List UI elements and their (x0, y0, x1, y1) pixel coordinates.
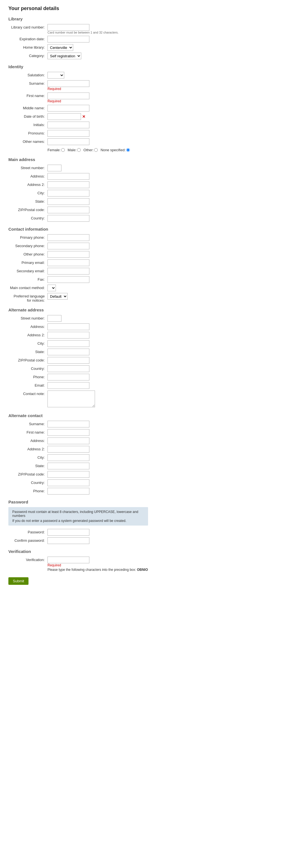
submit-button[interactable]: Submit (8, 577, 29, 585)
gender-female-label[interactable]: Female: (47, 148, 65, 152)
altc-country-input[interactable] (47, 479, 89, 486)
alt-state-input[interactable] (47, 349, 89, 355)
main-state-row: State: (8, 198, 148, 205)
gender-male-radio[interactable] (77, 148, 81, 152)
date-clear-icon[interactable]: ✕ (82, 114, 86, 119)
firstname-control: Required (47, 93, 148, 103)
alt-email-row: Email: (8, 382, 148, 389)
pronouns-input[interactable] (47, 130, 89, 137)
alt-street-number-input[interactable] (47, 315, 62, 322)
alt-email-input[interactable] (47, 382, 89, 389)
password-input[interactable] (47, 529, 89, 536)
main-address2-control (47, 181, 148, 188)
confirm-password-input[interactable] (47, 537, 89, 544)
gender-other-radio[interactable] (94, 148, 98, 152)
altc-address2-input[interactable] (47, 446, 89, 453)
fax-label: Fax: (8, 276, 47, 281)
main-address-heading: Main address (8, 157, 148, 162)
expiration-date-input[interactable] (47, 36, 89, 42)
primary-phone-row: Primary phone: (8, 234, 148, 241)
altc-surname-input[interactable] (47, 421, 89, 428)
main-contact-method-select[interactable] (47, 285, 56, 291)
confirm-password-row: Confirm password: (8, 537, 148, 544)
category-select[interactable]: Self registration (47, 53, 81, 59)
category-control: Self registration (47, 53, 148, 59)
alt-address-row: Address: (8, 323, 148, 330)
gender-male-label[interactable]: Male: (68, 148, 81, 152)
othernames-input[interactable] (47, 138, 89, 145)
main-address2-label: Address 2: (8, 181, 47, 187)
othernames-row: Other names: (8, 138, 148, 145)
altc-zip-input[interactable] (47, 471, 89, 478)
other-phone-input[interactable] (47, 251, 89, 258)
initials-input[interactable] (47, 122, 89, 128)
altc-phone-input[interactable] (47, 488, 89, 495)
contact-note-textarea[interactable] (47, 391, 95, 407)
verification-label: Verification: (8, 557, 47, 562)
middlename-input[interactable] (47, 105, 89, 112)
dob-date-row: ✕ (47, 113, 148, 120)
surname-input[interactable] (47, 80, 89, 87)
main-state-input[interactable] (47, 198, 89, 205)
dob-input[interactable] (47, 113, 81, 120)
main-contact-method-control (47, 285, 148, 291)
alt-city-input[interactable] (47, 340, 89, 347)
library-section: Library Library card number: Card number… (8, 17, 148, 59)
dob-label: Date of birth: (8, 113, 47, 119)
alt-country-label: Country: (8, 365, 47, 371)
preferred-lang-row: Preferred language for notices: Default (8, 293, 148, 303)
main-contact-method-row: Main contact method: (8, 285, 148, 291)
other-phone-control (47, 251, 148, 258)
alt-country-input[interactable] (47, 365, 89, 372)
altc-city-label: City: (8, 454, 47, 460)
surname-row: Surname: Required (8, 80, 148, 91)
altc-firstname-label: First name: (8, 429, 47, 434)
main-country-control (47, 215, 148, 222)
verification-input[interactable] (47, 557, 89, 563)
alt-address-input[interactable] (47, 323, 89, 330)
altc-city-input[interactable] (47, 454, 89, 461)
contact-section: Contact information Primary phone: Secon… (8, 227, 148, 303)
main-address-input[interactable] (47, 173, 89, 180)
alt-zip-input[interactable] (47, 357, 89, 364)
initials-label: Initials: (8, 122, 47, 127)
othernames-label: Other names: (8, 138, 47, 144)
preferred-lang-select[interactable]: Default (47, 293, 68, 300)
surname-control: Required (47, 80, 148, 91)
fax-input[interactable] (47, 276, 89, 283)
gender-none-radio[interactable] (126, 148, 130, 152)
main-zip-input[interactable] (47, 207, 89, 213)
alt-phone-input[interactable] (47, 374, 89, 380)
password-section: Password Password must contain at least … (8, 500, 148, 544)
main-country-input[interactable] (47, 215, 89, 222)
alt-email-label: Email: (8, 382, 47, 388)
secondary-phone-input[interactable] (47, 243, 89, 249)
firstname-input[interactable] (47, 93, 89, 99)
salutation-select[interactable] (47, 72, 64, 79)
main-city-input[interactable] (47, 190, 89, 196)
altc-state-input[interactable] (47, 463, 89, 469)
alt-address2-input[interactable] (47, 332, 89, 339)
pronouns-control (47, 130, 148, 137)
alternate-contact-section: Alternate contact Surname: First name: A… (8, 413, 148, 495)
card-number-row: Library card number: Card number must be… (8, 24, 148, 34)
firstname-required: Required (47, 99, 148, 103)
home-library-select[interactable]: Centerville (47, 44, 73, 51)
gender-none-label[interactable]: None specified: (101, 148, 130, 152)
card-number-input[interactable] (47, 24, 89, 31)
main-address2-input[interactable] (47, 181, 89, 188)
primary-phone-input[interactable] (47, 234, 89, 241)
secondary-email-input[interactable] (47, 268, 89, 275)
expiration-date-control (47, 36, 148, 42)
main-country-label: Country: (8, 215, 47, 220)
altc-address-input[interactable] (47, 437, 89, 444)
main-street-number-input[interactable] (47, 165, 62, 172)
gender-female-radio[interactable] (61, 148, 65, 152)
contact-note-control (47, 391, 148, 408)
altc-phone-row: Phone: (8, 488, 148, 495)
gender-other-label[interactable]: Other: (84, 148, 98, 152)
home-library-label: Home library: (8, 44, 47, 50)
altc-firstname-input[interactable] (47, 429, 89, 436)
other-phone-label: Other phone: (8, 251, 47, 256)
primary-email-input[interactable] (47, 259, 89, 266)
